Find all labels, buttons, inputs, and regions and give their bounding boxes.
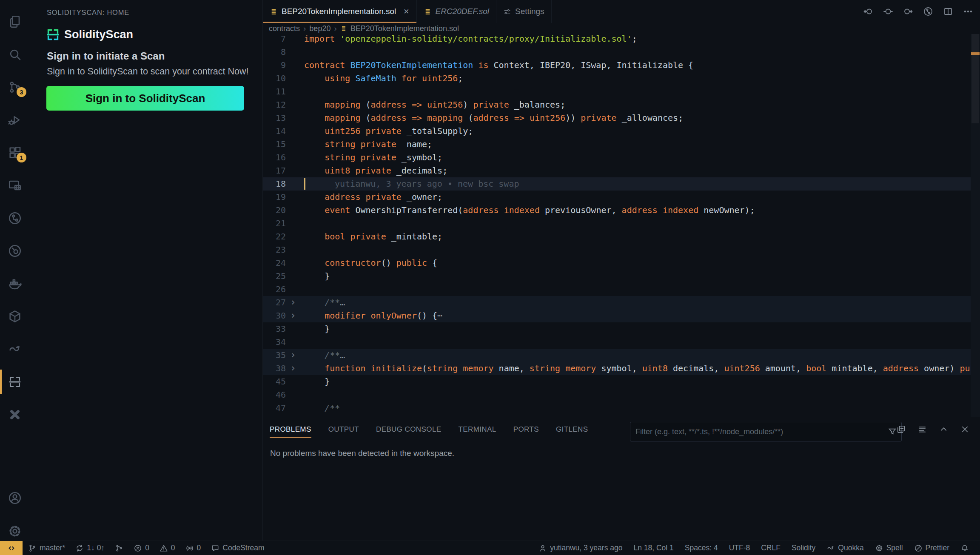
status-crlf[interactable]: CRLF	[761, 544, 781, 552]
code-line-46[interactable]: 46	[263, 388, 971, 401]
code-line-9[interactable]: 9contract BEP20TokenImplementation is Co…	[263, 59, 971, 72]
code-token: (	[422, 363, 427, 373]
breadcrumb-item[interactable]: bep20	[309, 24, 330, 33]
tab-settings[interactable]: Settings	[496, 0, 552, 23]
code-line-33[interactable]: 33 }	[263, 322, 971, 336]
close-panel-icon[interactable]	[960, 424, 970, 434]
code-line-34[interactable]: 34	[263, 336, 971, 349]
panel-tab-ports[interactable]: PORTS	[513, 417, 539, 442]
activity-item-quokka[interactable]	[0, 336, 30, 362]
view-as-list-icon[interactable]	[917, 424, 927, 434]
bottom-panel: PROBLEMSOUTPUTDEBUG CONSOLETERMINALPORTS…	[263, 417, 980, 541]
code-line-12[interactable]: 12 mapping (address => uint256) private …	[263, 98, 971, 111]
code-editor[interactable]: 7import 'openzeppelin-solidity/contracts…	[263, 34, 980, 417]
tab-close-icon[interactable]: ✕	[403, 7, 409, 16]
open-changes-icon[interactable]	[883, 6, 893, 17]
activity-item-account[interactable]	[0, 485, 30, 511]
code-line-15[interactable]: 15 string private _name;	[263, 138, 971, 151]
maximize-panel-icon[interactable]	[939, 424, 949, 434]
fold-chevron-icon[interactable]: ›	[290, 309, 296, 322]
collapse-all-icon[interactable]	[896, 424, 906, 434]
activity-item-gitlens[interactable]	[0, 205, 30, 231]
panel-tab-debug-console[interactable]: DEBUG CONSOLE	[376, 417, 442, 442]
panel-tab-problems[interactable]: PROBLEMS	[270, 417, 311, 442]
code-line-26[interactable]: 26	[263, 283, 971, 296]
status-spaces-4[interactable]: Spaces: 4	[685, 544, 718, 552]
code-line-30[interactable]: 30› modifier onlyOwner() {⋯	[263, 309, 971, 322]
code-token: mapping	[427, 113, 463, 123]
scrollbar-slider[interactable]	[971, 34, 979, 123]
code-line-8[interactable]: 8	[263, 46, 971, 59]
status-quokka[interactable]: Quokka	[826, 544, 863, 552]
code-line-14[interactable]: 14 uint256 private _totalSupply;	[263, 125, 971, 138]
code-line-11[interactable]: 11	[263, 85, 971, 98]
code-line-45[interactable]: 45 }	[263, 375, 971, 388]
breadcrumb-item[interactable]: contracts	[269, 24, 300, 33]
code-line-19[interactable]: 19 address private _owner;	[263, 191, 971, 204]
activity-item-extension-x[interactable]	[0, 401, 30, 428]
status-0[interactable]: 0	[134, 544, 149, 552]
code-line-22[interactable]: 22 bool private _mintable;	[263, 230, 971, 243]
fold-chevron-icon[interactable]: ›	[290, 348, 296, 361]
activity-item-remote-explorer[interactable]	[0, 172, 30, 199]
status-0[interactable]: 0	[185, 544, 201, 552]
remote-indicator[interactable]	[0, 541, 23, 555]
activity-item-run-debug[interactable]	[0, 107, 30, 133]
panel-tab-terminal[interactable]: TERMINAL	[458, 417, 496, 442]
status-1-0-[interactable]: 1↓ 0↑	[75, 544, 105, 552]
status-yutianwu-3-years-ago[interactable]: yutianwu, 3 years ago	[538, 544, 622, 552]
code-token: bool	[806, 363, 826, 373]
status-codestream[interactable]: CodeStream	[211, 544, 264, 552]
tab-erc20def-sol[interactable]: ERC20DEF.sol	[417, 0, 496, 23]
problems-filter-input[interactable]	[630, 427, 888, 436]
status-solidity[interactable]: Solidity	[792, 544, 815, 552]
activity-item-solidityscan[interactable]	[0, 369, 30, 395]
open-changes-previous-icon[interactable]	[863, 6, 873, 17]
activity-item-source-control[interactable]: 3	[0, 74, 30, 100]
breadcrumb-item[interactable]: BEP20TokenImplementation.sol	[350, 24, 459, 33]
code-line-10[interactable]: 10 using SafeMath for uint256;	[263, 72, 971, 85]
code-line-38[interactable]: 38› function initialize(string memory na…	[263, 362, 971, 375]
code-line-27[interactable]: 27› /**…	[263, 296, 971, 309]
activity-item-docker[interactable]	[0, 270, 30, 297]
code-line-16[interactable]: 16 string private _symbol;	[263, 151, 971, 164]
filter-funnel-icon[interactable]	[888, 427, 897, 436]
code-line-21[interactable]: 21	[263, 217, 971, 230]
code-line-7[interactable]: 7import 'openzeppelin-solidity/contracts…	[263, 34, 971, 46]
activity-item-azure-cube[interactable]	[0, 303, 30, 330]
code-line-18[interactable]: 18yutianwu, 3 years ago • new bsc swap	[263, 177, 971, 191]
code-line-24[interactable]: 24 constructor() public {	[263, 256, 971, 270]
status-bell[interactable]	[960, 544, 969, 552]
status-scm-graph[interactable]	[115, 544, 123, 552]
status-master-[interactable]: master*	[28, 544, 65, 552]
status-utf-8[interactable]: UTF-8	[729, 544, 750, 552]
code-line-35[interactable]: 35› /**…	[263, 349, 971, 362]
panel-tab-gitlens[interactable]: GITLENS	[556, 417, 588, 442]
tab-bep20tokenimplementation-sol[interactable]: BEP20TokenImplementation.sol✕	[263, 0, 417, 23]
warning-icon	[160, 544, 168, 552]
split-editor-icon[interactable]	[943, 6, 953, 17]
code-line-13[interactable]: 13 mapping (address => mapping (address …	[263, 111, 971, 125]
activity-item-explorer[interactable]	[0, 9, 30, 35]
code-line-23[interactable]: 23	[263, 243, 971, 256]
signin-button[interactable]: Sign in to SolidityScan	[46, 86, 244, 111]
open-changes-next-icon[interactable]	[903, 6, 913, 17]
fold-chevron-icon[interactable]: ›	[290, 361, 296, 375]
activity-item-gitlens-inspect[interactable]	[0, 238, 30, 264]
status-label: Quokka	[838, 544, 863, 552]
gitlens-graph-icon[interactable]	[923, 6, 933, 17]
status-prettier[interactable]: Prettier	[914, 544, 949, 552]
panel-tab-output[interactable]: OUTPUT	[328, 417, 359, 442]
status-0[interactable]: 0	[160, 544, 175, 552]
status-spell[interactable]: Spell	[875, 544, 903, 552]
code-line-47[interactable]: 47 /**	[263, 401, 971, 415]
editor-scrollbar[interactable]	[971, 34, 980, 417]
activity-item-search[interactable]	[0, 41, 30, 68]
status-ln-18-col-1[interactable]: Ln 18, Col 1	[633, 544, 673, 552]
code-line-20[interactable]: 20 event OwnershipTransferred(address in…	[263, 204, 971, 217]
more-actions-icon[interactable]	[963, 6, 973, 17]
fold-chevron-icon[interactable]: ›	[290, 296, 296, 309]
activity-item-extensions[interactable]: 1	[0, 139, 30, 166]
code-line-17[interactable]: 17 uint8 private _decimals;	[263, 164, 971, 177]
code-line-25[interactable]: 25 }	[263, 270, 971, 283]
